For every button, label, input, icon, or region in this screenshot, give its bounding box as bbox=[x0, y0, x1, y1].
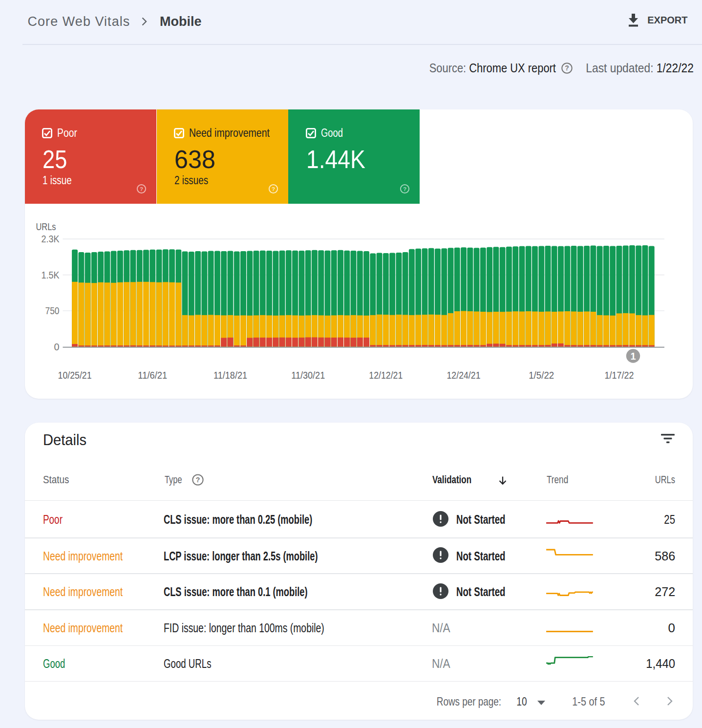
svg-text:12/12/21: 12/12/21 bbox=[369, 369, 403, 381]
svg-text:11/18/21: 11/18/21 bbox=[213, 369, 247, 381]
svg-text:12/24/21: 12/24/21 bbox=[447, 369, 481, 381]
svg-text:1/17/22: 1/17/22 bbox=[604, 369, 634, 381]
svg-text:750: 750 bbox=[45, 305, 60, 316]
svg-text:1.5K: 1.5K bbox=[42, 269, 60, 280]
svg-text:10/25/21: 10/25/21 bbox=[58, 369, 92, 381]
svg-text:11/30/21: 11/30/21 bbox=[291, 369, 325, 381]
svg-text:1: 1 bbox=[630, 351, 636, 362]
svg-text:11/6/21: 11/6/21 bbox=[138, 369, 167, 381]
svg-text:?: ? bbox=[195, 476, 200, 484]
svg-text:0: 0 bbox=[54, 341, 60, 352]
svg-text:2.3K: 2.3K bbox=[42, 233, 60, 244]
svg-text:URLs: URLs bbox=[36, 221, 56, 232]
svg-text:1/5/22: 1/5/22 bbox=[529, 369, 554, 381]
